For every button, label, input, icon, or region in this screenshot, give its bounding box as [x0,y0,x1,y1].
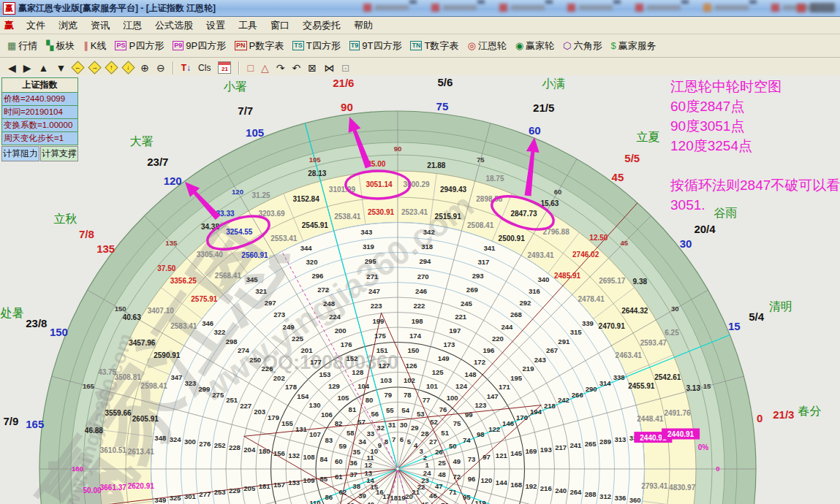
menu-item-文件[interactable]: 文件 [20,18,52,32]
rotate-cw-button[interactable]: ↷ [273,60,289,76]
menu-item-窗口[interactable]: 窗口 [264,18,296,32]
toolbar-item-赢家服务[interactable]: $赢家服务 [606,37,660,55]
wheel-number: 223 [371,302,382,310]
pan-up-button[interactable]: ↑ [103,60,120,76]
annotation-line-3: 120度3254点 [670,136,840,156]
calc-resistance-button[interactable]: 计算阻力 [1,146,39,161]
wheel-number: 83 [325,436,333,444]
kline-icon: ∥ [83,41,88,50]
app-logo-icon: 赢 [3,2,15,15]
nav-right-button[interactable]: ▶ [20,60,35,76]
rotate-ccw-button[interactable]: ↶ [288,60,304,76]
t-square-icon: TS [292,41,304,50]
toolbar-item-9P四方形[interactable]: P99P四方形 [168,37,230,55]
menu-logo-icon: 赢 [4,19,14,32]
menu-item-交易委托[interactable]: 交易委托 [296,18,347,32]
pan-right-button[interactable]: → [86,60,103,76]
wheel-number: 222 [413,302,425,310]
toolbar-item-label: 赢家服务 [618,39,657,53]
cls-button[interactable]: Cls [194,60,214,76]
wheel-number: 201 [301,346,314,354]
toolbar-item-P数字表[interactable]: PNP数字表 [230,37,288,55]
toolbar-item-行情[interactable]: ▦行情 [3,37,42,55]
toolbar-item-T四方形[interactable]: TST四方形 [288,37,344,55]
wheel-number: 132 [288,451,300,459]
menu-item-江恩[interactable]: 江恩 [116,18,148,32]
wheel-number: 181 [259,482,271,490]
panel-row-1: 时间=20190104 [1,106,78,119]
wheel-number: 298 [226,337,238,345]
pan-down-button[interactable]: ↓ [120,60,137,76]
solar-term-label: 处暑 [0,307,23,319]
pan-up-icon: ↑ [105,61,118,74]
degree-ring-label: 165 [83,382,95,390]
toolbar-item-六角形[interactable]: ⬡六角形 [559,37,606,55]
wheel-number: 316 [529,287,540,295]
winner-wheel-icon: ◉ [515,41,523,50]
nav-up-button[interactable]: ▲ [35,60,53,76]
wheel-number: 227 [240,402,251,410]
wheel-number: 127 [378,362,390,370]
wheel-number: 180 [259,447,270,455]
solar-term-label: 立夏 [636,131,659,143]
shrink-tool-button[interactable]: ⋈ [320,60,338,76]
wheel-number: 349 [154,496,166,504]
triangle-tool-button[interactable]: △ [257,60,273,76]
wheel-number: 345 [246,275,259,283]
wheel-number: 122 [488,425,500,433]
wheel-number: 323 [184,379,196,387]
percent-label: 0% [698,443,709,451]
wheel-number: 52 [430,418,438,426]
price-label-outer: 2542.61 [654,373,681,381]
wheel-number: 145 [510,449,523,457]
wheel-number: 321 [255,287,268,295]
nav-left-button[interactable]: ◀ [4,60,20,76]
wheel-number: 61 [335,473,343,481]
wheel-number: 194 [530,408,542,416]
toolbar-item-T数字表[interactable]: TNT数字表 [406,37,463,55]
wheel-number: 26 [435,448,443,456]
t-down-button[interactable]: T↓ [178,60,194,76]
toolbar-item-板块[interactable]: ▚板块 [42,37,79,55]
zoom-in-button[interactable]: ⊕ [137,60,153,76]
rect-tool-button[interactable]: □ [243,60,257,76]
percent-label: 37.50 [157,264,175,272]
screen-tool-button[interactable]: ⊡ [338,60,354,76]
outer-degree-label: 105 [246,126,264,139]
wheel-number: 203 [254,408,265,416]
wheel-number: 297 [265,299,276,307]
percent-label: 31.25 [252,191,270,199]
toolbar-item-P四方形[interactable]: PSP四方形 [110,37,168,55]
wheel-number: 103 [380,376,392,384]
toolbar-item-9T四方形[interactable]: T99T四方形 [345,37,406,55]
menu-item-公式选股[interactable]: 公式选股 [148,18,200,32]
pan-left-button[interactable]: ← [69,60,86,76]
nav-down-button[interactable]: ▼ [52,60,69,76]
menu-item-帮助[interactable]: 帮助 [347,18,379,32]
expand-tool-button[interactable]: ⊠ [304,60,320,76]
wheel-number: 126 [406,362,417,370]
toolbar-item-赢家轮[interactable]: ◉赢家轮 [511,37,559,55]
wheel-number: 271 [366,272,379,280]
wheel-number: 346 [202,319,213,327]
wheel-number: 102 [404,376,415,384]
menu-item-资讯[interactable]: 资讯 [84,18,116,32]
menu-item-工具[interactable]: 工具 [232,18,264,32]
calendar-button[interactable]: 21 [214,60,235,76]
wheel-number: 129 [328,382,340,390]
title-bar[interactable]: 赢 赢家江恩专业版[赢家服务平台] - [上证指数 江恩轮] [0,0,840,17]
wheel-number: 318 [421,243,433,251]
wheel-number: 153 [319,370,331,378]
toolbar-item-江恩轮[interactable]: ◎江恩轮 [463,37,510,55]
wheel-number: 266 [572,391,583,399]
calc-support-button[interactable]: 计算支撑 [40,146,78,161]
zoom-out-button[interactable]: ⊖ [153,60,169,76]
toolbar-item-K线[interactable]: ∥K线 [79,37,110,55]
toolbar-item-label: P四方形 [129,39,164,53]
wheel-number: 196 [483,346,495,354]
menu-item-设置[interactable]: 设置 [200,18,232,32]
wheel-number: 32 [377,424,385,432]
wheel-number: 342 [423,228,435,236]
menu-item-浏览[interactable]: 浏览 [52,18,84,32]
panel-row-3: 周天变化步长=1 [1,132,78,145]
